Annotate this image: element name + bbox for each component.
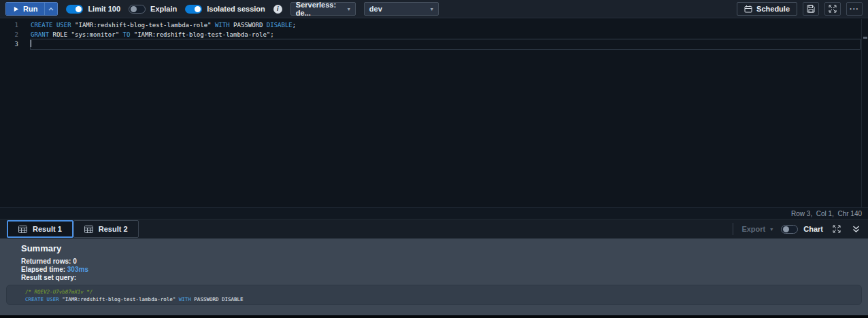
chart-label: Chart [803,225,823,233]
toggle-knob [131,6,137,12]
cursor-position-status: Row 3, Col 1, Chr 140 [791,210,862,217]
database-dropdown[interactable]: dev ▾ [364,2,439,16]
result-query-line: /* RQEV2-U7vb87mX1v */ [25,288,861,296]
editor-line[interactable]: 2GRANT ROLE "sys:monitor" TO "IAMR:redsh… [0,30,868,39]
toggle-knob [76,6,82,12]
tab-label: Result 2 [99,225,128,233]
chart-toggle[interactable] [781,225,798,234]
tab-label: Result 1 [33,225,62,233]
database-dropdown-value: dev [369,5,382,13]
editor-statusbar: Row 3, Col 1, Chr 140 [0,207,868,219]
text-cursor [31,40,31,47]
elapsed-time-line: Elapsed time: 303ms [21,266,868,274]
play-icon [13,6,19,12]
ellipsis-icon: ··· [850,5,859,13]
table-icon [18,226,27,233]
schedule-button-label: Schedule [756,5,790,13]
line-number: 1 [0,22,24,29]
results-tabbar: Result 1 Result 2 Export [0,219,868,238]
info-icon[interactable]: i [273,5,282,14]
toggle-knob [195,6,201,12]
explain-label: Explain [150,5,177,13]
isolated-session-toggle[interactable] [185,5,202,14]
returned-rows-value: 0 [73,258,77,265]
fullscreen-icon [829,5,837,13]
more-options-button[interactable]: ··· [846,2,863,16]
result-set-query-box: /* RQEV2-U7vb87mX1v */CREATE USER "IAMR:… [6,285,862,305]
workgroup-dropdown-value: Serverless: de... [296,1,348,17]
editor-scrollbar-thumb[interactable] [863,37,867,39]
explain-toggle-group: Explain [129,5,177,14]
editor-line[interactable]: 3 [0,39,868,49]
fullscreen-icon [833,225,841,233]
limit-100-label: Limit 100 [88,5,120,13]
chevron-up-icon [48,6,54,12]
explain-toggle[interactable] [129,5,146,14]
run-button[interactable]: Run [6,3,44,15]
toggle-knob [783,226,789,232]
elapsed-time-label: Elapsed time: [21,266,65,273]
editor-lines: 1CREATE USER "IAMR:redshift-blog-test-la… [0,20,868,49]
run-button-label: Run [23,5,37,13]
export-button[interactable]: Export ▾ [741,225,773,233]
results-panel: Summary Returned rows: 0 Elapsed time: 3… [0,238,868,315]
result-set-query-label: Result set query: [21,274,868,282]
limit-100-toggle[interactable] [66,5,83,14]
editor-toolbar: Run Limit 100 Explain Isolated session [0,0,868,18]
table-icon [84,226,93,233]
summary-title: Summary [21,243,868,253]
query-editor-window: Run Limit 100 Explain Isolated session [0,0,868,318]
summary-section: Summary Returned rows: 0 Elapsed time: 3… [0,238,868,282]
returned-rows-line: Returned rows: 0 [21,258,868,266]
chevron-down-icon: ▾ [431,6,433,12]
tab-result-1[interactable]: Result 1 [7,220,73,238]
workgroup-dropdown[interactable]: Serverless: de... ▾ [290,2,356,16]
bottom-edge [0,315,868,318]
maximize-editor-button[interactable] [824,2,841,16]
isolated-session-label: Isolated session [207,5,265,13]
line-number: 3 [0,41,24,48]
save-button[interactable] [803,2,819,16]
export-button-label: Export [741,225,765,233]
editor-line-code[interactable]: GRANT ROLE "sys:monitor" TO "IAMR:redshi… [31,30,860,39]
line-number: 2 [0,31,24,38]
tab-result-2[interactable]: Result 2 [73,220,139,238]
editor-line[interactable]: 1CREATE USER "IAMR:redshift-blog-test-la… [0,20,868,30]
run-split-button: Run [5,2,58,16]
result-query-line: CREATE USER "IAMR:redshift-blog-test-lam… [25,296,861,303]
editor-line-code[interactable] [31,39,860,49]
limit-toggle-group: Limit 100 [66,5,120,14]
results-controls: Export ▾ Chart [733,222,861,236]
vertical-divider [733,223,733,235]
elapsed-time-value: 303ms [67,266,88,273]
chart-toggle-group: Chart [781,225,823,234]
collapse-results-button[interactable] [850,222,861,236]
editor-minimap-divider [861,19,862,207]
save-icon [807,5,815,13]
run-options-button[interactable] [44,3,57,15]
editor-line-code[interactable]: CREATE USER "IAMR:redshift-blog-test-lam… [31,20,860,30]
result-tabs: Result 1 Result 2 [7,220,139,238]
chevron-down-icon: ▾ [770,226,773,232]
toolbar-left-group: Run Limit 100 Explain Isolated session [5,2,439,16]
toolbar-right-group: Schedule [737,2,863,16]
maximize-results-button[interactable] [831,222,842,236]
sql-editor[interactable]: 1CREATE USER "IAMR:redshift-blog-test-la… [0,18,868,207]
double-chevron-down-icon [852,226,861,233]
chevron-down-icon: ▾ [348,6,350,12]
returned-rows-label: Returned rows: [21,258,71,265]
isolated-session-toggle-group: Isolated session [185,5,265,14]
schedule-button[interactable]: Schedule [737,2,797,16]
calendar-icon [744,5,752,13]
